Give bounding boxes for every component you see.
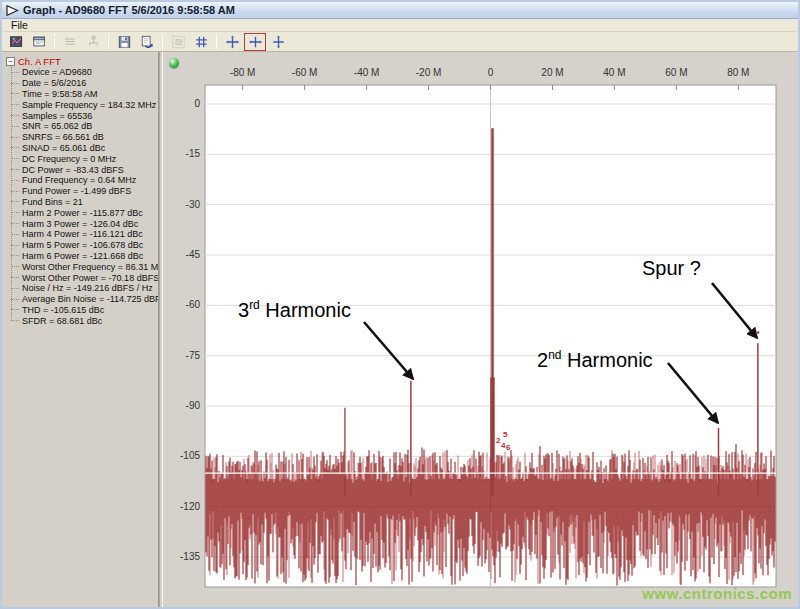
tree-item-label: Fund Power = -1.499 dBFS	[22, 186, 131, 196]
menu-bar: File	[2, 19, 798, 32]
zoom-fit-button[interactable]	[221, 33, 243, 51]
export-form-button[interactable]	[28, 33, 50, 51]
tree-item[interactable]: Noise / Hz = -149.216 dBFS / Hz	[11, 283, 158, 294]
zoom-fit-vertical-button[interactable]	[267, 33, 289, 51]
tree-item[interactable]: SINAD = 65.061 dBc	[11, 143, 158, 154]
tree-item-label: Worst Other Frequency = 86.31 MHz	[22, 262, 159, 272]
tree-item-label: Fund Bins = 21	[22, 197, 83, 207]
watermark: www.cntronics.com	[642, 585, 792, 602]
tree-item[interactable]: Harm 3 Power = -126.04 dBc	[11, 218, 158, 229]
tree-root-row: − Ch. A FFT	[6, 55, 158, 67]
title-bar[interactable]: Graph - AD9680 FFT 5/6/2016 9:58:58 AM	[2, 2, 798, 19]
status-led-icon	[169, 58, 179, 68]
tree-item[interactable]: SFDR = 68.681 dBc	[11, 315, 158, 326]
grid-icon	[194, 35, 209, 49]
menu-file[interactable]: File	[4, 19, 35, 31]
tree-item[interactable]: Date = 5/6/2016	[11, 78, 158, 89]
tree-item[interactable]: Sample Frequency = 184.32 MHz	[11, 99, 158, 110]
tree-connector	[11, 245, 19, 246]
y-axis-tick-label: -60	[186, 299, 201, 310]
tree-item-label: Harm 5 Power = -106.678 dBc	[22, 240, 143, 250]
window-title: Graph - AD9680 FFT 5/6/2016 9:58:58 AM	[23, 4, 235, 16]
persistence-button[interactable]	[167, 33, 189, 51]
tree-item[interactable]: Harm 2 Power = -115.877 dBc	[11, 207, 158, 218]
tree-item[interactable]: Harm 4 Power = -116.121 dBc	[11, 229, 158, 240]
tree-item[interactable]: Device = AD9680	[11, 67, 158, 78]
tree-item[interactable]: Time = 9:58:58 AM	[11, 89, 158, 100]
export-image-icon	[9, 35, 24, 49]
y-axis-tick-label: 0	[194, 98, 200, 109]
tree-item[interactable]: Fund Frequency = 0.64 MHz	[11, 175, 158, 186]
tree-item[interactable]: Harm 5 Power = -106.678 dBc	[11, 240, 158, 251]
copy-tree-button[interactable]	[82, 33, 104, 51]
graph-panel: 0-15-30-45-60-75-90-105-120-135-80 M-60 …	[163, 52, 798, 607]
export-button[interactable]	[136, 33, 158, 51]
tree-connector	[11, 234, 19, 235]
x-axis-tick-label: 80 M	[727, 67, 749, 78]
tree-item[interactable]: SNRFS = 66.561 dB	[11, 132, 158, 143]
tree-item[interactable]: Worst Other Frequency = 86.31 MHz	[11, 261, 158, 272]
tree-item[interactable]: Fund Power = -1.499 dBFS	[11, 186, 158, 197]
tree-connector	[11, 180, 19, 181]
toolbar	[2, 32, 798, 52]
tree-item-label: Fund Frequency = 0.64 MHz	[22, 175, 136, 185]
second-harmonic-label: 2nd Harmonic	[537, 348, 653, 372]
tree-item[interactable]: Fund Bins = 21	[11, 197, 158, 208]
fft-plot[interactable]: 0-15-30-45-60-75-90-105-120-135-80 M-60 …	[163, 52, 796, 607]
tree-item-label: Date = 5/6/2016	[22, 78, 86, 88]
x-axis-tick-label: 20 M	[541, 67, 563, 78]
save-button[interactable]	[113, 33, 135, 51]
export-image-button[interactable]	[5, 33, 27, 51]
cross-fit-vertical-icon	[271, 35, 286, 49]
main-area: − Ch. A FFT Device = AD9680Date = 5/6/20…	[2, 52, 798, 607]
y-axis-tick-label: -15	[186, 148, 201, 159]
copy-grid-button[interactable]	[59, 33, 81, 51]
tree-connector	[11, 309, 19, 310]
tree-item-label: SNRFS = 66.561 dB	[22, 132, 104, 142]
y-axis-tick-label: -90	[186, 400, 201, 411]
toolbar-separator	[54, 34, 55, 49]
tree-items: Device = AD9680Date = 5/6/2016Time = 9:5…	[11, 67, 158, 326]
tree-connector	[11, 158, 19, 159]
x-axis-tick-label: -60 M	[292, 67, 318, 78]
tree-item[interactable]: SNR = 65.062 dB	[11, 121, 158, 132]
tree-item[interactable]: THD = -105.615 dBc	[11, 305, 158, 316]
y-axis-tick-label: -135	[180, 551, 200, 562]
cross-fit-icon	[225, 35, 240, 49]
x-axis-tick-label: -20 M	[416, 67, 442, 78]
y-axis-tick-label: -45	[186, 249, 201, 260]
y-axis-tick-label: -30	[186, 199, 201, 210]
tree-connector	[11, 212, 19, 213]
third-harmonic-label: 3rd Harmonic	[238, 298, 351, 322]
tree-connector	[11, 255, 19, 256]
tree-connector	[11, 277, 19, 278]
zoom-fit-horizontal-button[interactable]	[244, 33, 266, 51]
grid-toggle-button[interactable]	[190, 33, 212, 51]
tree-item-label: DC Power = -83.43 dBFS	[22, 165, 124, 175]
tree-item[interactable]: Average Bin Noise = -114.725 dBFS	[11, 294, 158, 305]
save-icon	[117, 35, 132, 49]
tree-item-label: Harm 4 Power = -116.121 dBc	[22, 229, 143, 239]
export-form-icon	[32, 35, 47, 49]
tree-item-label: Time = 9:58:58 AM	[22, 89, 97, 99]
tree-item[interactable]: Harm 6 Power = -121.668 dBc	[11, 251, 158, 262]
tree-root-label: Ch. A FFT	[18, 56, 61, 67]
graph-window: Graph - AD9680 FFT 5/6/2016 9:58:58 AM F…	[0, 0, 800, 609]
tree-item-label: Harm 3 Power = -126.04 dBc	[22, 219, 138, 229]
copy-grid-icon	[63, 35, 78, 49]
tree-collapse-toggle[interactable]: −	[6, 57, 15, 66]
tree-item[interactable]: DC Frequency = 0 MHz	[11, 153, 158, 164]
tree-item[interactable]: Worst Other Power = -70.18 dBFS	[11, 272, 158, 283]
tree-connector	[11, 72, 19, 73]
tree-item-label: Worst Other Power = -70.18 dBFS	[22, 273, 159, 283]
square-icon	[171, 35, 186, 49]
tree-connector	[11, 115, 19, 116]
tree-connector	[11, 266, 19, 267]
tree-connector	[11, 191, 19, 192]
tree-item[interactable]: DC Power = -83.43 dBFS	[11, 164, 158, 175]
tree-connector	[11, 137, 19, 138]
y-axis-tick-label: -105	[180, 450, 200, 461]
spur-label: Spur ?	[642, 257, 701, 280]
tree-connector	[11, 126, 19, 127]
tree-item[interactable]: Samples = 65536	[11, 110, 158, 121]
